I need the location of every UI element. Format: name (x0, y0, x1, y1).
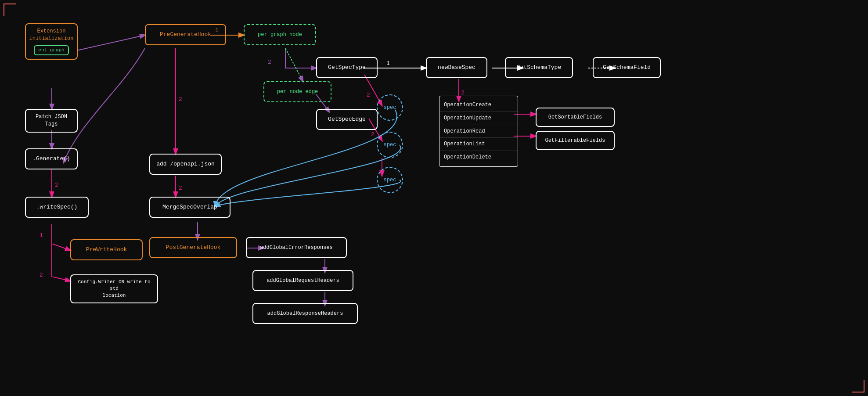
operations-group: OperationCreate OperationUpdate Operatio… (439, 96, 518, 167)
svg-text:2: 2 (179, 185, 182, 191)
add-global-response-node: addGlobalResponseHeaders (252, 303, 358, 324)
config-writer-node: Config.Writer OR write to std location (70, 274, 158, 303)
svg-text:1: 1 (40, 232, 43, 239)
svg-text:1: 1 (386, 60, 390, 67)
operation-delete: OperationDelete (439, 151, 518, 164)
add-global-request-node: addGlobalRequestHeaders (252, 270, 353, 291)
per-graph-node-node: per graph node (244, 24, 316, 45)
svg-text:2: 2 (40, 272, 43, 278)
spec1-node: spec (377, 94, 403, 121)
generate-node: .Generate() (25, 148, 78, 169)
svg-line-11 (285, 48, 303, 81)
spec3-node: spec (377, 167, 403, 193)
operation-list: OperationList (439, 138, 518, 151)
pre-generate-hook-node: PreGenerateHook (145, 24, 226, 45)
get-schema-type-node: GetSchemaType (505, 57, 573, 78)
per-node-edge-node: per node edge (263, 81, 331, 102)
get-schema-field-node: GetSchemaField (593, 57, 661, 78)
get-sortable-node: GetSortableFields (536, 108, 615, 127)
patch-json-node: Patch JSON Tags (25, 109, 78, 133)
svg-text:2: 2 (371, 131, 375, 138)
merge-spec-node: MergeSpecOverlap (149, 197, 231, 218)
svg-text:2: 2 (461, 90, 465, 96)
add-openapi-node: add /openapi.json (149, 154, 222, 175)
new-base-spec-node: newBaseSpec (426, 57, 487, 78)
write-spec-node: .writeSpec() (25, 197, 89, 218)
ext-init-node: Extension initialization ent graph (25, 23, 78, 60)
corner-br (852, 380, 864, 392)
spec2-node: spec (377, 132, 403, 158)
post-generate-hook-node: PostGenerateHook (149, 237, 237, 258)
corner-tl (4, 4, 16, 16)
operation-update: OperationUpdate (439, 112, 518, 125)
svg-text:2: 2 (55, 182, 58, 188)
diagram-container: 2 1 2 1 2 2 1 2 2 (0, 0, 868, 396)
ent-graph-badge: ent graph (34, 45, 68, 55)
svg-text:2: 2 (268, 59, 271, 65)
get-filterable-node: GetFilterableFields (536, 131, 615, 150)
get-spec-edge-node: GetSpecEdge (316, 109, 378, 130)
svg-text:2: 2 (367, 92, 370, 98)
operation-read: OperationRead (439, 125, 518, 138)
svg-text:2: 2 (179, 96, 182, 103)
pre-write-hook-node: PreWriteHook (70, 239, 143, 260)
get-spec-type-node: GetSpecType (316, 57, 378, 78)
add-global-error-node: addGlobalErrorResponses (246, 237, 347, 258)
operation-create: OperationCreate (439, 99, 518, 112)
